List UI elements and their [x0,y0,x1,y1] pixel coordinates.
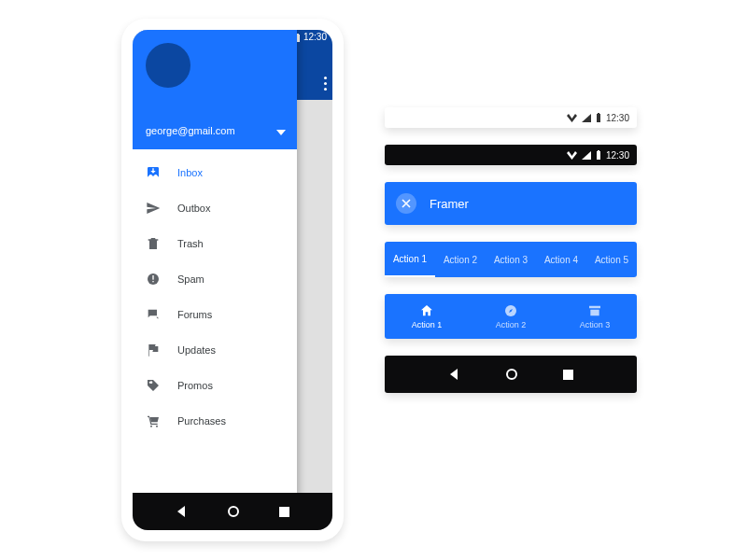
drawer-item-purchases[interactable]: Purchases [133,403,297,439]
account-email: george@gmail.com [146,125,235,136]
status-bar-light: 12:30 [385,107,637,128]
drawer-item-label: Purchases [177,415,226,427]
drawer-item-inbox[interactable]: Inbox [133,155,297,190]
svg-point-7 [507,370,516,379]
bottomnav-label: Action 2 [496,320,527,329]
android-nav-bar [385,356,637,393]
clock: 12:30 [606,113,629,123]
avatar[interactable] [146,43,190,88]
phone-screen: 12:30 george@gmail.com InboxOutboxTrashS… [133,30,332,530]
tab-label: Action 1 [393,254,427,264]
drawer-item-trash[interactable]: Trash [133,226,297,261]
drawer-item-outbox[interactable]: Outbox [133,190,297,226]
phone-clock: 12:30 [303,32,327,42]
close-icon[interactable] [396,193,416,214]
bottomnav-item-3[interactable]: Action 3 [553,294,637,339]
phone-status-bar: 12:30 [293,32,327,42]
svg-point-4 [229,507,238,516]
app-bar-title: Framer [430,197,469,211]
clock: 12:30 [606,150,629,161]
drawer-item-label: Trash [177,238,204,249]
tab-label: Action 3 [494,255,528,265]
back-icon[interactable] [449,369,460,380]
recent-apps-icon[interactable] [279,507,289,517]
tab-action-3[interactable]: Action 3 [486,242,536,277]
drawer-item-label: Outbox [177,203,210,214]
inbox-icon [146,165,161,180]
tab-label: Action 5 [595,255,628,265]
home-icon [419,303,434,318]
drawer-item-label: Spam [177,273,204,285]
bottomnav-item-2[interactable]: Action 2 [469,294,553,339]
svg-rect-5 [279,507,289,517]
wifi-icon [567,114,577,122]
bottomnav-label: Action 1 [412,320,443,329]
android-nav-bar [133,493,332,530]
phone-frame: 12:30 george@gmail.com InboxOutboxTrashS… [121,19,344,541]
archive-icon [587,303,602,318]
drawer-item-updates[interactable]: Updates [133,332,297,368]
navigation-drawer: george@gmail.com InboxOutboxTrashSpamFor… [133,30,297,530]
compass-icon [503,303,518,318]
app-bar: Framer [385,182,637,225]
tab-label: Action 4 [544,255,578,265]
drawer-item-label: Inbox [177,167,203,178]
bottomnav-item-1[interactable]: Action 1 [385,294,469,339]
bottom-navigation: Action 1Action 2Action 3 [385,294,637,339]
home-icon[interactable] [227,505,240,518]
svg-rect-8 [563,370,573,380]
caret-down-icon[interactable] [276,130,286,135]
drawer-header: george@gmail.com [133,30,297,149]
drawer-list: InboxOutboxTrashSpamForumsUpdatesPromosP… [133,149,297,444]
drawer-item-spam[interactable]: Spam [133,261,297,297]
tab-action-5[interactable]: Action 5 [586,242,637,277]
forums-icon [146,307,161,322]
bottomnav-label: Action 3 [580,320,611,329]
drawer-item-forums[interactable]: Forums [133,297,297,332]
battery-icon [596,150,601,160]
overflow-menu-icon[interactable] [324,77,327,91]
tag-icon [146,378,161,393]
cell-signal-icon [582,114,591,122]
back-icon[interactable] [176,506,188,517]
send-icon [146,201,161,216]
svg-rect-1 [152,275,153,280]
svg-rect-2 [152,281,153,282]
cart-icon [146,413,161,428]
recent-apps-icon[interactable] [563,370,573,380]
cell-signal-icon [582,151,591,160]
tab-action-2[interactable]: Action 2 [435,242,486,277]
component-stack: 12:30 12:30 Framer Action 1Action 2Actio… [385,107,637,393]
battery-icon [596,113,601,122]
wifi-icon [567,151,577,160]
drawer-item-label: Forums [177,309,212,320]
flag-icon [146,343,161,357]
tab-action-1[interactable]: Action 1 [385,242,435,277]
home-icon[interactable] [505,368,518,381]
svg-point-3 [149,382,151,384]
drawer-item-promos[interactable]: Promos [133,368,297,403]
status-bar-dark: 12:30 [385,145,637,165]
spam-icon [146,272,161,287]
tab-bar: Action 1Action 2Action 3Action 4Action 5 [385,242,637,277]
trash-icon [146,236,161,251]
tab-label: Action 2 [444,255,477,265]
tab-action-4[interactable]: Action 4 [536,242,586,277]
drawer-item-label: Updates [177,344,216,356]
drawer-item-label: Promos [177,380,213,391]
